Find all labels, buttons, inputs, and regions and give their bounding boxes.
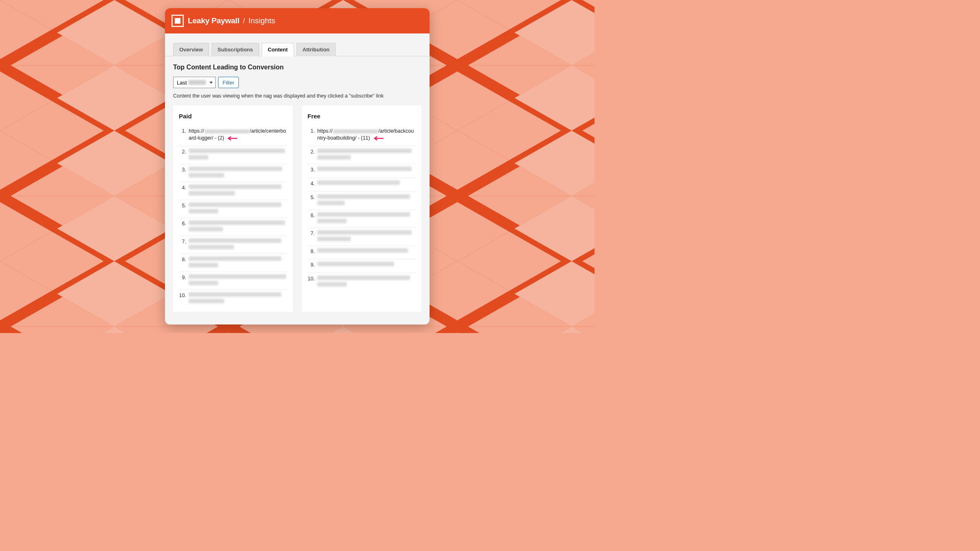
brand-name: Leaky Paywall	[188, 16, 239, 25]
brand-section: Insights	[248, 16, 275, 25]
item-number: 5.	[307, 194, 315, 201]
list-item: 8.	[307, 246, 416, 260]
item-number: 2.	[307, 149, 315, 156]
redacted-url	[317, 212, 416, 223]
list-item: 3.	[179, 164, 287, 182]
list-item: 4.	[307, 178, 416, 192]
list-item: 3.	[307, 164, 416, 178]
list-item: 5.	[179, 200, 287, 218]
brand-separator: /	[241, 16, 247, 25]
tab-bar: Overview Subscriptions Content Attributi…	[165, 33, 430, 56]
description-text: Content the user was viewing when the na…	[173, 93, 421, 99]
arrow-left-icon	[373, 136, 383, 140]
list-item: 2.	[179, 146, 287, 164]
svg-rect-9	[175, 18, 180, 24]
redacted-url	[317, 262, 416, 266]
redacted-url	[189, 184, 287, 196]
arrow-left-icon	[227, 136, 237, 140]
redacted-url	[317, 149, 416, 160]
free-column: Free 1. https:///article/backcountry-boa…	[302, 105, 421, 312]
redacted-domain	[333, 129, 378, 133]
page-title: Top Content Leading to Conversion	[173, 64, 421, 71]
item-number: 4.	[179, 184, 186, 191]
item-number: 3.	[179, 167, 186, 173]
redacted-url	[317, 230, 416, 241]
list-item: 6.	[179, 218, 287, 236]
item-number: 5.	[179, 202, 186, 209]
filter-button[interactable]: Filter	[218, 77, 239, 88]
item-number: 8.	[307, 248, 315, 255]
redacted-url	[189, 202, 287, 213]
tab-content[interactable]: Content	[262, 43, 294, 56]
list-item: 6.	[307, 210, 416, 228]
list-item: 7.	[179, 236, 287, 254]
item-number: 8.	[179, 256, 186, 263]
date-range-select[interactable]: Last	[173, 77, 216, 88]
item-number: 10.	[307, 276, 315, 282]
date-range-prefix: Last	[177, 80, 187, 86]
item-number: 6.	[179, 220, 186, 227]
redacted-url	[317, 248, 416, 253]
content-columns: Paid 1. https:///article/centerboard-lug…	[173, 105, 421, 312]
tab-attribution[interactable]: Attribution	[296, 43, 336, 56]
redacted-url	[317, 276, 416, 287]
list-item: 1. https:///article/centerboard-lugger/ …	[179, 125, 287, 146]
list-item: 10.	[179, 290, 287, 307]
redacted-url	[317, 167, 416, 171]
redacted-url	[189, 220, 287, 231]
item-number: 9.	[179, 274, 186, 281]
item-url[interactable]: https:///article/centerboard-lugger/ - (…	[189, 128, 287, 142]
list-item: 9.	[307, 259, 416, 273]
list-item: 10.	[307, 273, 416, 291]
redacted-url	[189, 256, 287, 267]
redacted-url	[317, 194, 416, 205]
list-item: 4.	[179, 182, 287, 200]
free-column-title: Free	[307, 113, 416, 120]
redacted-url	[317, 180, 416, 185]
item-number: 7.	[307, 230, 315, 237]
chevron-down-icon	[209, 82, 213, 84]
item-number: 4.	[307, 180, 315, 187]
filter-controls: Last Filter	[173, 77, 421, 88]
list-item: 9.	[179, 272, 287, 290]
item-number: 2.	[179, 149, 186, 156]
paid-column-title: Paid	[179, 113, 287, 120]
header-bar: Leaky Paywall / Insights	[165, 8, 430, 33]
tab-overview[interactable]: Overview	[173, 43, 209, 56]
tab-subscriptions[interactable]: Subscriptions	[212, 43, 259, 56]
item-number: 1.	[179, 128, 186, 135]
redacted-range-value	[189, 80, 206, 85]
item-number: 6.	[307, 212, 315, 219]
item-number: 9.	[307, 262, 315, 269]
list-item: 7.	[307, 228, 416, 246]
redacted-url	[189, 274, 287, 285]
paid-column: Paid 1. https:///article/centerboard-lug…	[173, 105, 293, 312]
item-url[interactable]: https:///article/backcountry-boatbuildin…	[317, 128, 416, 142]
item-number: 7.	[179, 238, 186, 245]
item-number: 1.	[307, 128, 315, 135]
item-number: 10.	[179, 292, 186, 299]
redacted-url	[189, 167, 287, 178]
list-item: 2.	[307, 146, 416, 164]
list-item: 5.	[307, 192, 416, 210]
redacted-url	[189, 292, 287, 303]
redacted-domain	[205, 129, 249, 133]
panel-body: Top Content Leading to Conversion Last F…	[165, 56, 430, 320]
redacted-url	[189, 238, 287, 249]
leaky-paywall-logo-icon	[172, 15, 184, 27]
redacted-url	[189, 149, 287, 160]
item-number: 3.	[307, 167, 315, 173]
insights-panel: Leaky Paywall / Insights Overview Subscr…	[165, 8, 430, 324]
list-item: 8.	[179, 254, 287, 272]
list-item: 1. https:///article/backcountry-boatbuil…	[307, 125, 416, 146]
